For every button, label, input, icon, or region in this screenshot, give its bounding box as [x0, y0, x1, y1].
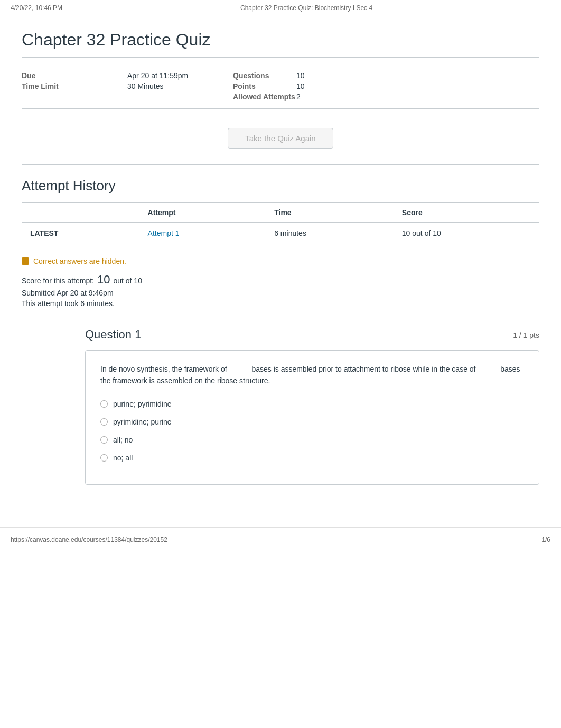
score-suffix: out of 10	[113, 277, 142, 285]
footer-page: 1/6	[541, 536, 550, 543]
question-1-points: 1 / 1 pts	[513, 331, 539, 339]
option-2-text: pyrimidine; purine	[113, 418, 172, 426]
option-1-text: purine; pyrimidine	[113, 400, 172, 408]
main-content: Chapter 32 Practice Quiz Due Apr 20 at 1…	[11, 16, 550, 506]
option-1: purine; pyrimidine	[100, 400, 524, 408]
due-label: Due	[22, 71, 127, 80]
take-quiz-section: Take the Quiz Again	[22, 109, 539, 165]
top-bar-title: Chapter 32 Practice Quiz: Biochemistry I…	[240, 4, 372, 12]
attempt-history-title: Attempt History	[22, 165, 539, 202]
col-time: Time	[266, 203, 394, 223]
attempt-details: Correct answers are hidden. Score for th…	[22, 244, 539, 315]
attempt-score: 10 out of 10	[394, 223, 539, 244]
top-bar-date: 4/20/22, 10:46 PM	[11, 4, 62, 12]
option-3-text: all; no	[113, 436, 133, 444]
question-1-header: Question 1 1 / 1 pts	[85, 328, 539, 344]
time-limit-value: 30 Minutes	[127, 82, 233, 90]
take-quiz-button[interactable]: Take the Quiz Again	[228, 128, 333, 149]
col-attempt: Attempt	[139, 203, 266, 223]
option-3: all; no	[100, 436, 524, 444]
col-tag	[22, 203, 139, 223]
top-bar: 4/20/22, 10:46 PM Chapter 32 Practice Qu…	[0, 0, 561, 16]
question-1-box: In de novo synthesis, the framework of _…	[85, 350, 539, 485]
table-row: LATEST Attempt 1 6 minutes 10 out of 10	[22, 223, 539, 244]
allowed-label: Allowed Attempts	[233, 93, 296, 101]
attempt-time: 6 minutes	[266, 223, 394, 244]
notice-text: Correct answers are hidden.	[33, 257, 126, 265]
score-number: 10	[97, 273, 110, 287]
option-4-text: no; all	[113, 454, 133, 462]
score-label: Score for this attempt:	[22, 277, 94, 285]
col-score: Score	[394, 203, 539, 223]
questions-label: Questions	[233, 71, 296, 80]
submitted-info: Submitted Apr 20 at 9:46pm	[22, 289, 539, 297]
question-1-section: Question 1 1 / 1 pts In de novo synthesi…	[85, 328, 539, 485]
option-2: pyrimidine; purine	[100, 418, 524, 426]
correct-answers-notice: Correct answers are hidden.	[22, 257, 539, 265]
question-1-text: In de novo synthesis, the framework of _…	[100, 363, 524, 387]
due-value: Apr 20 at 11:59pm	[127, 71, 233, 80]
quiz-meta: Due Apr 20 at 11:59pm Questions 10 Time …	[22, 66, 539, 109]
radio-3	[100, 436, 108, 444]
radio-4	[100, 454, 108, 462]
footer: https://canvas.doane.edu/courses/11384/q…	[0, 527, 561, 552]
attempt-link-cell[interactable]: Attempt 1	[139, 223, 266, 244]
allowed-value: 2	[296, 93, 339, 101]
footer-url: https://canvas.doane.edu/courses/11384/q…	[11, 536, 167, 543]
option-4: no; all	[100, 454, 524, 462]
duration-info: This attempt took 6 minutes.	[22, 299, 539, 308]
radio-1	[100, 400, 108, 408]
radio-2	[100, 418, 108, 426]
questions-value: 10	[296, 71, 339, 80]
latest-tag: LATEST	[22, 223, 139, 244]
attempt-table: Attempt Time Score LATEST Attempt 1 6 mi…	[22, 202, 539, 244]
points-value: 10	[296, 82, 339, 90]
score-line: Score for this attempt: 10 out of 10	[22, 273, 539, 287]
time-limit-label: Time Limit	[22, 82, 127, 90]
attempt-link[interactable]: Attempt 1	[148, 229, 180, 237]
page-title: Chapter 32 Practice Quiz	[22, 22, 539, 58]
notice-icon	[22, 257, 29, 265]
points-label: Points	[233, 82, 296, 90]
question-1-title: Question 1	[85, 328, 141, 342]
